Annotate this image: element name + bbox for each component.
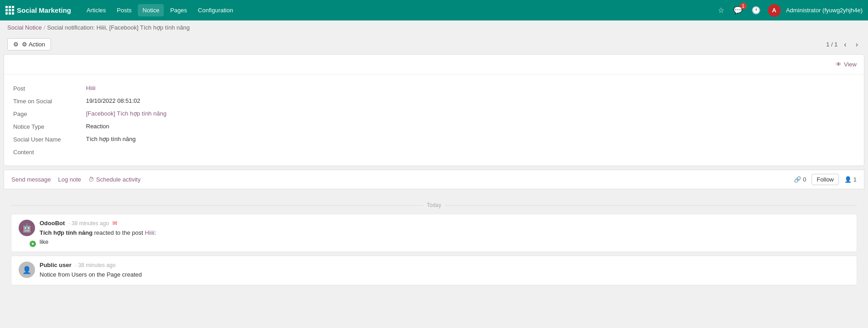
label-post: Post	[13, 85, 86, 92]
breadcrumb-current: Social notification: Hiiii, [Facebook] T…	[47, 24, 190, 31]
form-row-notice-type: Notice Type Reaction	[13, 120, 855, 133]
nav-right: ☆ 💬 1 🕐 A Administrator (fyuwg2yhjh4e)	[716, 4, 863, 17]
person-icon: 👤	[844, 176, 852, 183]
form-row-page: Page [Facebook] Tích hợp tính năng	[13, 107, 855, 120]
next-button[interactable]: ›	[853, 40, 861, 50]
email-icon-1: ✉	[112, 220, 117, 227]
clock-button[interactable]: 🕐	[750, 4, 762, 16]
value-time-on-social: 19/10/2022 08:51:02	[86, 97, 140, 104]
message-header-1: OdooBot · 38 minutes ago ✉	[40, 220, 849, 227]
clock-small-icon: ⏱	[88, 176, 94, 183]
chatter-messages: Today 🤖 ♥ OdooBot · 38 minutes ago ✉ Tíc…	[4, 189, 864, 296]
chatter-toolbar: Send message Log note ⏱ Schedule activit…	[4, 170, 864, 189]
activity-count: 🔗 0	[794, 176, 806, 183]
label-content: Content	[13, 148, 86, 156]
user-name[interactable]: Administrator (fyuwg2yhjh4e)	[786, 7, 863, 14]
message-content-2: Public user · 38 minutes ago Notice from…	[40, 262, 849, 279]
label-time-on-social: Time on Social	[13, 97, 86, 105]
app-logo[interactable]: Social Marketing	[5, 6, 71, 15]
bot-badge: ♥	[30, 241, 36, 247]
nav-pages[interactable]: Pages	[166, 4, 192, 16]
message-time-2: · 38 minutes ago	[75, 262, 116, 268]
value-page: [Facebook] Tích hợp tính năng	[86, 110, 167, 117]
chatter-right: 🔗 0 Follow 👤 1	[794, 174, 857, 185]
message-body-1: Tích hợp tính năng reacted to the post H…	[40, 228, 849, 246]
grid-icon	[5, 6, 14, 15]
nav-links: Articles Posts Notice Pages Configuratio…	[82, 4, 237, 16]
nav-posts[interactable]: Posts	[112, 4, 136, 16]
star-button[interactable]: ☆	[716, 4, 726, 16]
timeline-label: Today	[427, 202, 441, 208]
post-link[interactable]: Hiiii	[86, 85, 96, 91]
nav-articles[interactable]: Articles	[82, 4, 111, 16]
top-navigation: Social Marketing Articles Posts Notice P…	[0, 0, 868, 20]
message-author-1: OdooBot	[40, 220, 65, 227]
avatar-public: 👤	[19, 262, 35, 278]
action-button[interactable]: ⚙ ⚙ Action	[7, 38, 51, 50]
timeline-divider: Today	[11, 202, 857, 208]
toolbar-right: 1 / 1 ‹ ›	[826, 40, 861, 50]
form-row-content: Content	[13, 146, 855, 158]
schedule-activity-button[interactable]: ⏱ Schedule activity	[88, 174, 141, 185]
toolbar-left: ⚙ ⚙ Action	[7, 38, 51, 50]
followers-count: 👤 1	[844, 176, 857, 183]
view-button[interactable]: 👁 View	[836, 61, 857, 68]
message-content-1: OdooBot · 38 minutes ago ✉ Tích hợp tính…	[40, 220, 849, 246]
log-note-button[interactable]: Log note	[58, 174, 81, 185]
nav-notice[interactable]: Notice	[138, 4, 164, 16]
toolbar: ⚙ ⚙ Action 1 / 1 ‹ ›	[0, 35, 868, 54]
chatter-section: Send message Log note ⏱ Schedule activit…	[4, 170, 864, 296]
value-social-user-name: Tích hợp tính năng	[86, 136, 136, 142]
message-body-2: Notice from Users on the Page created	[40, 270, 849, 279]
breadcrumb-separator: /	[44, 24, 45, 31]
message-author-2: Public user	[40, 262, 71, 268]
follow-button[interactable]: Follow	[812, 174, 839, 185]
form-body: Post Hiiii Time on Social 19/10/2022 08:…	[4, 75, 864, 166]
form-row-social-username: Social User Name Tích hợp tính năng	[13, 133, 855, 146]
eye-icon: 👁	[836, 61, 842, 68]
page-link[interactable]: [Facebook] Tích hợp tính năng	[86, 110, 167, 117]
paperclip-icon: 🔗	[794, 176, 801, 183]
message-header-2: Public user · 38 minutes ago	[40, 262, 849, 268]
pagination-label: 1 / 1	[826, 41, 838, 48]
avatar-odoobot: 🤖	[19, 220, 35, 236]
message-time-1: · 38 minutes ago	[69, 220, 109, 227]
app-name: Social Marketing	[17, 6, 71, 14]
label-page: Page	[13, 110, 86, 117]
messages-button[interactable]: 💬 1	[732, 4, 744, 16]
send-message-button[interactable]: Send message	[11, 174, 51, 185]
message-item: 🤖 ♥ OdooBot · 38 minutes ago ✉ Tích hợp …	[11, 214, 857, 252]
main-card: 👁 View Post Hiiii Time on Social 19/10/2…	[4, 54, 864, 166]
value-notice-type: Reaction	[86, 123, 109, 130]
form-row-time: Time on Social 19/10/2022 08:51:02	[13, 95, 855, 107]
card-header: 👁 View	[4, 55, 864, 75]
label-notice-type: Notice Type	[13, 123, 86, 130]
post-ref-link[interactable]: Hiiii	[145, 229, 154, 236]
value-post: Hiiii	[86, 85, 96, 91]
user-avatar[interactable]: A	[768, 4, 781, 17]
gear-icon: ⚙	[13, 41, 19, 48]
messages-badge: 1	[740, 3, 747, 9]
label-social-user-name: Social User Name	[13, 136, 86, 143]
breadcrumb-parent[interactable]: Social Notice	[7, 24, 42, 31]
form-row-post: Post Hiiii	[13, 82, 855, 95]
nav-configuration[interactable]: Configuration	[193, 4, 237, 16]
message-item-2: 👤 Public user · 38 minutes ago Notice fr…	[11, 256, 857, 285]
prev-button[interactable]: ‹	[841, 40, 849, 50]
breadcrumb: Social Notice / Social notification: Hii…	[0, 20, 868, 35]
